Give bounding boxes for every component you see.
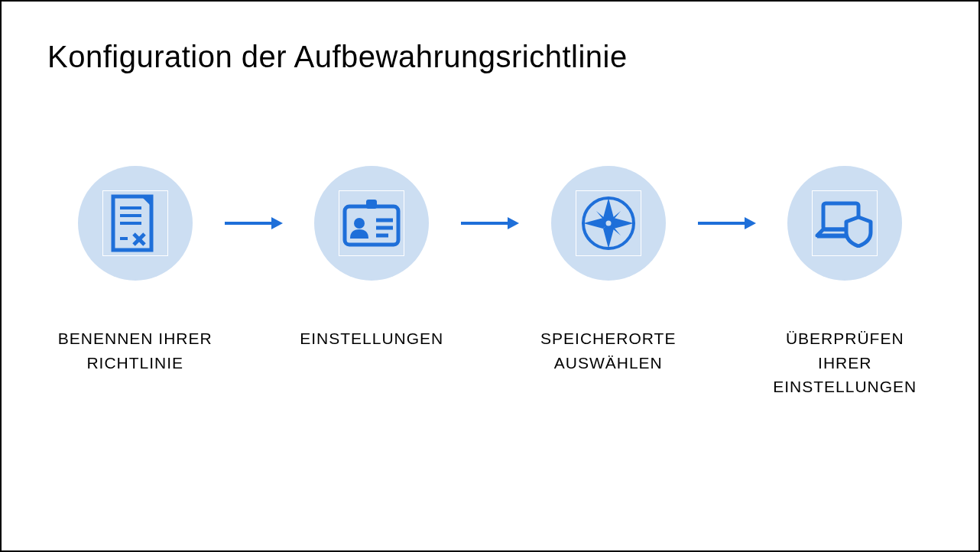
step-label: EINSTELLUNGEN xyxy=(300,326,443,351)
compass-icon xyxy=(576,190,641,256)
step-circle xyxy=(551,166,666,281)
step-review: ÜBERPRÜFEN IHRER EINSTELLUNGEN xyxy=(758,166,933,399)
arrow-icon xyxy=(459,216,521,231)
page-title: Konfiguration der Aufbewahrungsrichtlini… xyxy=(47,40,933,74)
step-label: ÜBERPRÜFEN IHRER EINSTELLUNGEN xyxy=(758,326,933,399)
svg-marker-17 xyxy=(508,217,519,229)
svg-rect-11 xyxy=(366,200,377,209)
step-settings: EINSTELLUNGEN xyxy=(284,166,460,351)
flow-diagram: BENENNEN IHRER RICHTLINIE EINSTELLUN xyxy=(47,166,933,399)
step-circle xyxy=(787,166,902,281)
badge-icon xyxy=(339,190,404,256)
step-circle xyxy=(314,166,429,281)
svg-marker-25 xyxy=(594,227,605,238)
step-name-policy: BENENNEN IHRER RICHTLINIE xyxy=(47,166,223,375)
step-locations: SPEICHERORTE AUSWÄHLEN xyxy=(521,166,696,375)
step-circle xyxy=(78,166,193,281)
step-label: SPEICHERORTE AUSWÄHLEN xyxy=(521,326,696,375)
svg-point-12 xyxy=(354,218,365,229)
arrow-icon xyxy=(223,216,284,231)
step-label: BENENNEN IHRER RICHTLINIE xyxy=(47,326,223,375)
svg-marker-34 xyxy=(745,217,756,229)
svg-point-32 xyxy=(605,219,612,227)
arrow-icon xyxy=(696,216,758,231)
svg-rect-10 xyxy=(345,206,398,245)
laptop-shield-icon xyxy=(812,190,878,256)
svg-marker-9 xyxy=(271,217,283,229)
document-x-icon xyxy=(102,190,168,256)
